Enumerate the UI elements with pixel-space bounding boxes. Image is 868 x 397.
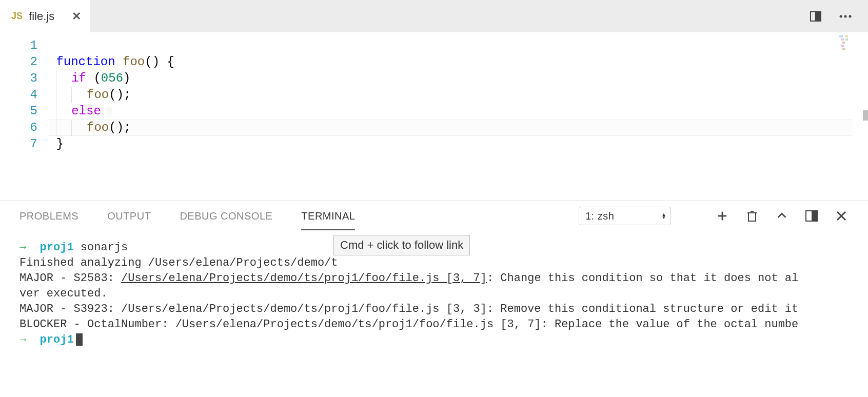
- split-panel-icon[interactable]: [804, 209, 819, 223]
- line-gutter: 1 2 3 4 5 6 7: [0, 32, 49, 201]
- line-number: 5: [0, 103, 49, 120]
- maximize-panel-icon[interactable]: [775, 209, 789, 223]
- close-icon[interactable]: ✕: [72, 10, 81, 23]
- line-number: 3: [0, 70, 49, 87]
- kill-terminal-icon[interactable]: [745, 209, 759, 223]
- terminal-line: BLOCKER - OctalNumber: /Users/elena/Proj…: [19, 317, 849, 332]
- line-number: 1: [0, 37, 49, 54]
- tab-label: file.js: [29, 10, 54, 23]
- terminal-link[interactable]: /Users/elena/Projects/demo/ts/proj1/foo/…: [121, 272, 487, 285]
- terminal-content[interactable]: Cmd + click to follow link → proj1 sonar…: [0, 231, 868, 397]
- link-tooltip: Cmd + click to follow link: [333, 235, 470, 255]
- js-file-icon: JS: [11, 11, 23, 22]
- tab-debug-console[interactable]: DEBUG CONSOLE: [180, 210, 272, 222]
- new-terminal-icon[interactable]: [715, 209, 729, 223]
- svg-point-5: [849, 15, 852, 17]
- tab-problems[interactable]: PROBLEMS: [19, 210, 78, 222]
- more-actions-icon[interactable]: [838, 9, 853, 24]
- tab-bar: JS file.js ✕: [0, 0, 868, 32]
- svg-point-4: [844, 15, 847, 17]
- code-line: function foo() {: [49, 54, 868, 70]
- tab-output[interactable]: OUTPUT: [107, 210, 151, 222]
- code-line: [49, 37, 868, 54]
- terminal-line: MAJOR - S3923: /Users/elena/Projects/dem…: [19, 302, 849, 317]
- line-number: 6: [0, 120, 49, 136]
- code-line: foo();: [49, 120, 868, 136]
- svg-rect-8: [748, 213, 756, 221]
- bottom-panel: PROBLEMS OUTPUT DEBUG CONSOLE TERMINAL 1…: [0, 201, 868, 397]
- panel-tab-bar: PROBLEMS OUTPUT DEBUG CONSOLE TERMINAL 1…: [0, 201, 868, 231]
- terminal-select-label: 1: zsh: [585, 210, 614, 222]
- tab-terminal[interactable]: TERMINAL: [301, 210, 355, 222]
- terminal-line: → proj1: [19, 332, 849, 348]
- code-line: foo();: [49, 87, 868, 103]
- code-line: }: [49, 136, 868, 152]
- code-area[interactable]: function foo() { if (056) foo(); else fo…: [49, 32, 868, 201]
- terminal-cursor: [76, 333, 83, 346]
- svg-rect-12: [812, 211, 817, 221]
- terminal-line: MAJOR - S2583: /Users/elena/Projects/dem…: [19, 271, 849, 286]
- code-line: if (056): [49, 70, 868, 87]
- terminal-line: Finished analyzing /Users/elena/Projects…: [19, 255, 849, 271]
- split-editor-icon[interactable]: [808, 9, 823, 24]
- svg-rect-2: [816, 12, 821, 21]
- code-line: else: [49, 103, 868, 120]
- close-panel-icon[interactable]: [834, 209, 849, 223]
- line-number: 7: [0, 136, 49, 152]
- select-caret-icon: ▲▼: [662, 213, 666, 219]
- line-number: 2: [0, 54, 49, 70]
- code-editor[interactable]: 1 2 3 4 5 6 7 function foo() { if (056) …: [0, 32, 868, 201]
- editor-tab-file-js[interactable]: JS file.js ✕: [0, 0, 90, 32]
- line-number: 4: [0, 87, 49, 103]
- svg-point-3: [840, 15, 842, 17]
- terminal-select[interactable]: 1: zsh ▲▼: [579, 207, 671, 225]
- terminal-line: ver executed.: [19, 286, 849, 302]
